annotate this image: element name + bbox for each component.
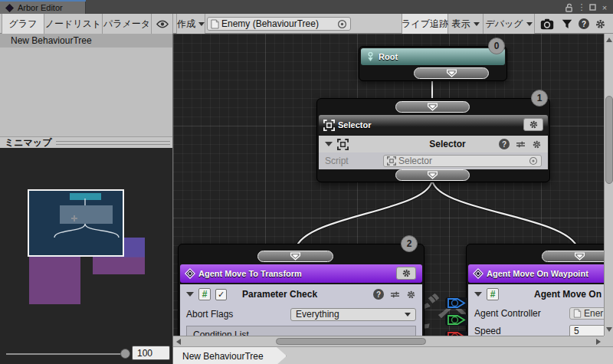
data-port-stop-on-end[interactable] — [445, 330, 468, 336]
horizontal-scroll-thumb[interactable] — [276, 338, 426, 345]
node-agent-move-on-waypoint[interactable]: Agent Move On Waypoint # Agent Move On W… — [466, 244, 604, 336]
gear-icon[interactable] — [532, 139, 542, 149]
tab-node-list[interactable]: ノードリスト — [44, 14, 103, 34]
abort-flags-value: Everything — [296, 309, 339, 320]
object-picker-icon[interactable] — [529, 156, 538, 166]
settings-button[interactable] — [592, 16, 608, 31]
display-menu-button[interactable]: 表示 — [448, 14, 484, 34]
agent-controller-value: Ener — [584, 308, 603, 319]
visibility-toggle[interactable] — [152, 14, 173, 34]
node-transform-in-connector[interactable] — [257, 251, 333, 262]
object-picker-icon[interactable] — [337, 19, 347, 29]
minimap-header[interactable]: ミニマップ — [0, 136, 173, 148]
script-object-field[interactable]: Selector — [383, 155, 542, 167]
scroll-up-icon[interactable] — [606, 38, 612, 42]
abort-flags-dropdown[interactable]: Everything — [290, 308, 416, 321]
unlock-icon[interactable] — [563, 2, 574, 12]
node-selector-in-connector[interactable] — [395, 101, 470, 113]
node-transform-header[interactable]: Agent Move To Transform — [180, 264, 422, 283]
node-root-badge: 0 — [488, 38, 505, 54]
connector-shield-icon — [427, 103, 438, 111]
tab-graph[interactable]: グラフ — [2, 14, 44, 34]
help-button[interactable]: ? — [575, 16, 592, 31]
composite-icon — [387, 156, 396, 166]
foldout-icon[interactable] — [186, 292, 194, 297]
filter-button[interactable] — [559, 16, 575, 31]
minimap[interactable]: 100 — [0, 148, 173, 364]
gear-icon[interactable] — [406, 290, 416, 300]
foldout-icon[interactable] — [325, 142, 333, 146]
breadcrumb: New BehaviourTree — [173, 346, 613, 364]
condition-list-label: Condition List — [193, 330, 249, 336]
script-label: Script — [325, 156, 379, 166]
abort-flags-label: Abort Flags — [186, 309, 286, 320]
node-root-out-connector[interactable] — [414, 67, 489, 79]
node-waypoint-header[interactable]: Agent Move On Waypoint — [468, 264, 604, 283]
tab-parameters[interactable]: パラメータ — [103, 14, 152, 34]
speed-input[interactable]: 5 — [569, 325, 604, 336]
port-hex-icon — [445, 330, 468, 336]
node-agent-move-to-transform[interactable]: Agent Move To Transform # ✓ Parameter Ch… — [178, 244, 425, 336]
canvas-vertical-scrollbar[interactable] — [604, 34, 613, 336]
abort-flags-row: Abort Flags Everything — [180, 304, 422, 324]
behaviour-title-row[interactable]: # Agent Move On Way — [468, 284, 604, 304]
speed-label: Speed — [474, 326, 565, 336]
capture-button[interactable] — [539, 16, 556, 31]
node-root-header[interactable]: Root — [361, 48, 505, 65]
node-transform-settings-button[interactable] — [396, 267, 416, 280]
scroll-right-icon[interactable] — [596, 339, 601, 345]
vertical-scroll-thumb[interactable] — [605, 96, 613, 184]
root-node-icon — [366, 51, 375, 62]
eye-icon — [156, 20, 169, 28]
camera-icon — [540, 18, 554, 30]
help-icon[interactable]: ? — [373, 289, 384, 300]
breadcrumb-item-root-graph[interactable]: New BehaviourTree — [173, 347, 287, 364]
scrollbar-corner — [604, 336, 613, 346]
live-trace-toggle[interactable]: ライブ追跡 — [402, 14, 448, 34]
behaviour-title-row[interactable]: # ✓ Parameter Check ? — [180, 284, 422, 304]
data-port-agent-controller[interactable] — [445, 297, 468, 310]
node-waypoint-in-connector[interactable] — [542, 251, 604, 262]
toolbar: グラフ ノードリスト パラメータ 作成 Enemy (BehaviourTree… — [0, 14, 613, 34]
node-selector-out-connector[interactable] — [395, 169, 470, 181]
node-waypoint-inspector: # Agent Move On Way Agent Controller Ene… — [468, 284, 604, 336]
connector-shield-icon — [290, 252, 301, 261]
data-port-speed[interactable] — [445, 313, 468, 326]
agent-controller-row: Agent Controller Ener — [468, 304, 604, 323]
window-tab-arbor-editor[interactable]: Arbor Editor — [0, 2, 86, 14]
foldout-icon[interactable] — [474, 292, 482, 297]
chevron-down-icon — [526, 22, 533, 26]
agent-controller-label: Agent Controller — [474, 308, 565, 319]
behaviour-title-row[interactable]: Selector ? — [319, 136, 548, 152]
composite-icon — [323, 120, 335, 131]
help-icon[interactable]: ? — [499, 139, 510, 149]
object-icon — [573, 309, 582, 318]
node-selector-settings-button[interactable] — [523, 118, 543, 131]
node-selector-header[interactable]: Selector — [319, 115, 548, 135]
presets-icon[interactable] — [516, 140, 526, 149]
close-icon[interactable]: × — [599, 2, 610, 12]
graph-list-item-selected[interactable]: New BehaviourTree — [0, 34, 173, 48]
presets-icon[interactable] — [390, 290, 400, 299]
debug-menu-button[interactable]: デバッグ — [484, 14, 535, 34]
create-button[interactable]: 作成 — [176, 14, 205, 34]
node-root[interactable]: Root — [359, 46, 507, 81]
behaviour-enabled-checkbox[interactable]: ✓ — [215, 289, 227, 300]
scroll-left-icon[interactable] — [176, 339, 181, 345]
chevron-down-icon — [405, 313, 411, 316]
window-menu-icon[interactable]: ⋮ — [576, 2, 587, 12]
canvas-horizontal-scrollbar[interactable] — [173, 336, 604, 346]
maximize-icon[interactable] — [587, 2, 598, 12]
agent-controller-field[interactable]: Ener — [569, 307, 604, 320]
window-tab-title: Arbor Editor — [18, 3, 63, 12]
gear-icon — [595, 18, 606, 30]
graph-canvas[interactable]: ビヘ Root 0 Selector — [173, 34, 604, 336]
graph-select-value: Enemy (BehaviourTree) — [221, 18, 335, 29]
window-title-strip: Arbor Editor ⋮ × — [0, 0, 613, 14]
breadcrumb-label: New BehaviourTree — [182, 351, 264, 362]
action-diamond-icon — [473, 268, 484, 279]
scroll-down-icon[interactable] — [606, 327, 612, 332]
side-panel: New BehaviourTree ミニマップ 100 — [0, 34, 173, 364]
graph-select-field[interactable]: Enemy (BehaviourTree) — [207, 17, 351, 31]
node-selector[interactable]: Selector Selector ? Script Selector — [316, 98, 550, 182]
